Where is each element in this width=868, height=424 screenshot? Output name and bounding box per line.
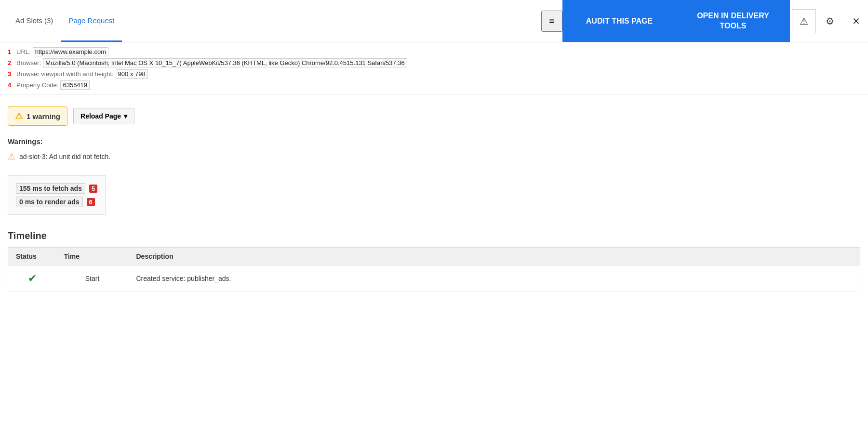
stat-row: 155 ms to fetch ads 5 [16,182,97,195]
row-label: Browser viewport width and height: [16,70,114,78]
row-number: 3 [8,70,14,78]
warning-badge: ⚠ 1 warning [8,106,67,126]
tab-ad-slots[interactable]: Ad Slots (3) [8,0,61,42]
hamburger-icon: ≡ [549,15,555,26]
header: Ad Slots (3) Page Request ≡ AUDIT THIS P… [0,0,868,42]
tab-page-request-label: Page Request [68,16,114,25]
row-label: URL: [16,48,31,55]
tab-page-request[interactable]: Page Request [61,0,122,42]
warnings-title: Warnings: [8,137,860,146]
stats-box: 155 ms to fetch ads 5 0 ms to render ads… [8,175,106,215]
timeline-row: ✔ Start Created service: publisher_ads. [8,265,860,292]
timeline-time: Start [56,265,129,292]
close-icon: ✕ [852,15,860,27]
open-in-delivery-tools-button[interactable]: OPEN IN DELIVERYTOOLS [676,0,790,42]
col-header-status: Status [8,248,56,265]
row-number: 2 [8,59,14,66]
stat-label: 155 ms to fetch ads [16,183,85,194]
row-number: 1 [8,48,14,55]
warning-badge-label: 1 warning [27,112,60,120]
green-check-icon: ✔ [16,272,49,285]
hamburger-button[interactable]: ≡ [541,11,562,32]
warnings-section: Warnings: ⚠ ad-slot-3: Ad unit did not f… [0,133,868,168]
row-label: Browser: [16,59,41,66]
timeline-table: Status Time Description ✔ Start Created … [8,247,860,292]
row-value: https://www.example.com [33,47,108,56]
stat-row: 0 ms to render ads 6 [16,195,97,209]
reload-btn-label: Reload Page [80,112,121,120]
timeline-title: Timeline [8,230,860,241]
dropdown-chevron-icon: ▾ [124,112,127,120]
row-value: 6355419 [60,80,90,90]
stat-badge: 6 [87,198,95,206]
col-header-time: Time [56,248,129,265]
feedback-button[interactable]: ⚠ [792,9,816,33]
info-row: 1 URL: https://www.example.com [8,46,860,57]
close-button[interactable]: ✕ [844,9,868,33]
row-value: Mozilla/5.0 (Macintosh; Intel Mac OS X 1… [43,58,407,67]
settings-button[interactable]: ⚙ [818,9,842,33]
info-row: 2 Browser: Mozilla/5.0 (Macintosh; Intel… [8,57,860,68]
feedback-icon: ⚠ [800,15,808,27]
timeline-status: ✔ [8,265,56,292]
stat-badge: 5 [89,185,97,193]
warning-item-icon: ⚠ [8,151,15,162]
row-number: 4 [8,81,14,89]
row-label: Property Code: [16,81,58,89]
settings-icon: ⚙ [826,15,834,27]
timeline-header-row: Status Time Description [8,248,860,265]
warning-item-text: ad-slot-3: Ad unit did not fetch. [19,153,110,160]
tab-ad-slots-label: Ad Slots (3) [15,16,53,25]
timeline-section: Timeline Status Time Description ✔ Start… [0,223,868,300]
audit-this-page-button[interactable]: AUDIT THIS PAGE [562,0,676,42]
info-row: 4 Property Code: 6355419 [8,80,860,91]
warning-icon: ⚠ [15,111,23,121]
col-header-description: Description [129,248,860,265]
warning-area: ⚠ 1 warning Reload Page ▾ [0,95,868,133]
warning-item: ⚠ ad-slot-3: Ad unit did not fetch. [8,149,860,164]
timeline-description: Created service: publisher_ads. [129,265,860,292]
audit-btn-label: AUDIT THIS PAGE [586,17,653,25]
row-value: 900 x 798 [116,69,148,79]
info-row: 3 Browser viewport width and height: 900… [8,68,860,80]
reload-page-button[interactable]: Reload Page ▾ [73,108,134,124]
stat-label: 0 ms to render ads [16,197,83,207]
page-info-section: 1 URL: https://www.example.com 2 Browser… [0,42,868,95]
delivery-btn-label: OPEN IN DELIVERYTOOLS [697,12,769,30]
